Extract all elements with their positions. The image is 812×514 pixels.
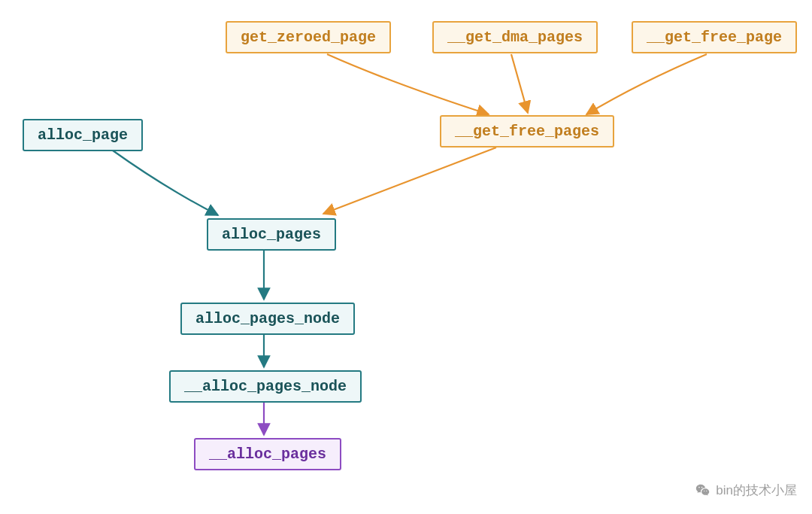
node-label: alloc_pages [222, 226, 321, 243]
node-label: __alloc_pages [209, 446, 326, 463]
node-get-free-page: __get_free_page [632, 21, 797, 53]
watermark: bin的技术小屋 [695, 482, 797, 499]
node-alloc-pages-final: __alloc_pages [194, 438, 341, 470]
node-label: alloc_page [38, 126, 128, 144]
wechat-icon [695, 482, 711, 499]
node-get-dma-pages: __get_dma_pages [432, 21, 598, 53]
node-alloc-pages: alloc_pages [207, 218, 336, 251]
node-label: get_zeroed_page [241, 29, 376, 46]
node-alloc-page: alloc_page [23, 119, 143, 151]
node-get-zeroed-page: get_zeroed_page [226, 21, 391, 53]
node-label: alloc_pages_node [195, 310, 340, 327]
node-alloc-pages-node-2: __alloc_pages_node [169, 370, 362, 403]
node-label: __get_dma_pages [447, 29, 583, 46]
diagram-edges [0, 0, 812, 514]
node-label: __alloc_pages_node [184, 378, 347, 395]
watermark-text: bin的技术小屋 [716, 482, 797, 499]
node-label: __get_free_page [647, 29, 782, 46]
node-alloc-pages-node: alloc_pages_node [180, 303, 355, 335]
node-get-free-pages: __get_free_pages [440, 115, 614, 148]
node-label: __get_free_pages [455, 123, 599, 140]
